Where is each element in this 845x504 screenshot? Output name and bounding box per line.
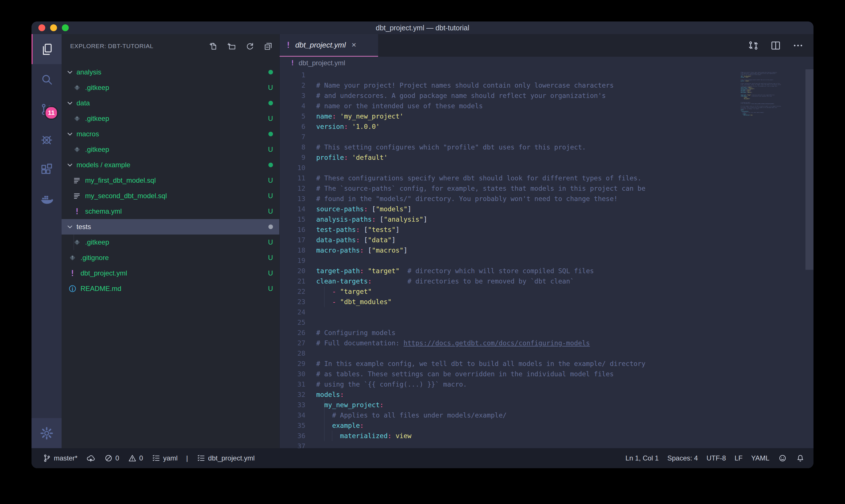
tree-folder-models-example[interactable]: models / example xyxy=(61,157,279,173)
code-line-10: 10 xyxy=(280,163,813,173)
tab-label: dbt_project.yml xyxy=(295,41,346,50)
line-content: test-paths: ["tests"] xyxy=(305,224,813,235)
status-cursor-position[interactable]: Ln 1, Col 1 xyxy=(626,454,659,462)
status-indentation[interactable]: Spaces: 4 xyxy=(667,454,698,462)
status-outline-file[interactable]: dbt_project.yml xyxy=(197,454,255,463)
split-editor-button[interactable] xyxy=(770,40,781,51)
line-number: 30 xyxy=(280,369,305,379)
tree-folder-macros[interactable]: macros xyxy=(61,126,279,142)
line-content: # The `source-paths` config, for example… xyxy=(305,183,813,194)
more-actions-button[interactable] xyxy=(792,40,804,51)
tree-file--gitkeep[interactable]: .gitkeepU xyxy=(61,235,279,250)
git-status-badge: U xyxy=(268,192,273,200)
activity-debug[interactable] xyxy=(32,124,61,154)
tree-item-label: models / example xyxy=(76,161,268,169)
editor-scrollbar[interactable] xyxy=(806,69,813,270)
status-errors[interactable]: 0 xyxy=(104,454,119,463)
zoom-button[interactable] xyxy=(62,24,69,31)
refresh-button[interactable] xyxy=(244,40,256,52)
code-line-23: 23 - "dbt_modules" xyxy=(280,297,813,307)
new-file-button[interactable] xyxy=(207,40,219,52)
status-label: LF xyxy=(734,454,742,462)
line-content: target-path: "target" # directory which … xyxy=(305,266,813,276)
git-status-badge: U xyxy=(268,114,273,123)
status-label: 0 xyxy=(139,454,143,462)
activity-docker[interactable] xyxy=(32,184,61,215)
tree-file--gitkeep[interactable]: .gitkeepU xyxy=(61,111,279,126)
title-bar[interactable]: dbt_project.yml — dbt-tutorial xyxy=(32,21,813,34)
line-content xyxy=(305,163,813,173)
line-number: 27 xyxy=(280,338,305,348)
yaml-warning-icon: ! xyxy=(290,59,294,67)
file-tree: analysis.gitkeepUdata.gitkeepUmacros.git… xyxy=(61,58,279,296)
code-line-35: 35 example: xyxy=(280,420,813,431)
minimize-button[interactable] xyxy=(50,24,57,31)
window-controls xyxy=(38,21,69,34)
tree-file-readme-md[interactable]: README.mdU xyxy=(61,281,279,296)
status-outline-yaml[interactable]: yaml xyxy=(151,454,178,463)
code-line-8: 8# This setting configures which "profil… xyxy=(280,142,813,152)
code-line-4: 4# name or the intended use of these mod… xyxy=(280,101,813,111)
code-line-7: 7 xyxy=(280,132,813,142)
tree-file-my-second-dbt-model-sql[interactable]: my_second_dbt_model.sqlU xyxy=(61,188,279,204)
activity-search[interactable] xyxy=(32,64,61,94)
smiley-icon xyxy=(778,454,787,463)
line-number: 19 xyxy=(280,255,305,266)
tree-folder-data[interactable]: data xyxy=(61,95,279,111)
status-notifications[interactable] xyxy=(796,454,805,463)
open-changes-button[interactable] xyxy=(748,40,759,51)
tree-folder-analysis[interactable]: analysis xyxy=(61,65,279,80)
tree-file-my-first-dbt-model-sql[interactable]: my_first_dbt_model.sqlU xyxy=(61,173,279,188)
tree-file-dbt-project-yml[interactable]: !dbt_project.ymlU xyxy=(61,266,279,281)
status-eol[interactable]: LF xyxy=(734,454,742,462)
status-label: | xyxy=(186,454,188,462)
tree-file-schema-yml[interactable]: !schema.ymlU xyxy=(61,204,279,219)
tree-folder-tests[interactable]: tests xyxy=(61,219,279,235)
close-button[interactable] xyxy=(38,24,45,31)
line-content: # found in the "models/" directory. You … xyxy=(305,194,813,204)
code-editor[interactable]: 12# Name your project! Project names sho… xyxy=(280,69,813,448)
line-content: materialized: view xyxy=(305,431,813,441)
tab-dbt-project-yml[interactable]: ! dbt_project.yml × xyxy=(280,34,378,57)
line-number: 23 xyxy=(280,297,305,307)
line-number: 29 xyxy=(280,359,305,369)
close-icon[interactable]: × xyxy=(352,40,356,50)
line-content: data-paths: ["data"] xyxy=(305,235,813,245)
line-number: 26 xyxy=(280,328,305,338)
minimap[interactable]: 12# Name your project! Project names sho… xyxy=(741,70,804,448)
tree-file--gitkeep[interactable]: .gitkeepU xyxy=(61,80,279,95)
vscode-window: dbt_project.yml — dbt-tutorial 11 EXPLOR… xyxy=(32,21,813,468)
collapse-all-button[interactable] xyxy=(262,40,274,52)
new-folder-button[interactable] xyxy=(226,40,237,52)
activity-source-control[interactable]: 11 xyxy=(32,94,61,124)
status-language-mode[interactable]: YAML xyxy=(751,454,769,462)
tree-item-label: .gitkeep xyxy=(85,84,268,92)
line-number: 24 xyxy=(280,307,305,317)
code-line-29: 29# In this example config, we tell dbt … xyxy=(280,359,813,369)
status-encoding[interactable]: UTF-8 xyxy=(706,454,726,462)
line-number: 14 xyxy=(280,204,305,214)
line-content: source-paths: ["models"] xyxy=(305,204,813,214)
code-line-3: 3# and underscores. A good package name … xyxy=(280,90,813,101)
line-content: analysis-paths: ["analysis"] xyxy=(305,214,813,224)
code-line-34: 34 # Applies to all files under models/e… xyxy=(280,410,813,420)
line-content: # and underscores. A good package name s… xyxy=(305,90,813,101)
code-line-32: 32models: xyxy=(280,390,813,400)
status-sync[interactable] xyxy=(86,454,95,463)
tree-item-label: README.md xyxy=(80,285,268,293)
status-warnings[interactable]: 0 xyxy=(128,454,143,463)
activity-explorer[interactable] xyxy=(32,34,61,64)
breadcrumb[interactable]: ! dbt_project.yml xyxy=(280,57,813,69)
activity-settings[interactable] xyxy=(32,418,61,448)
tree-file--gitkeep[interactable]: .gitkeepU xyxy=(61,142,279,157)
status-feedback[interactable] xyxy=(778,454,787,463)
tree-indent-guide xyxy=(74,235,74,250)
folder-changes-dot xyxy=(268,224,273,229)
code-line-17: 17data-paths: ["data"] xyxy=(280,235,813,245)
status-git-branch[interactable]: master* xyxy=(42,454,78,463)
tree-file--gitignore[interactable]: .gitignoreU xyxy=(61,250,279,266)
activity-extensions[interactable] xyxy=(32,154,61,184)
checklist-icon xyxy=(151,454,161,463)
line-number: 37 xyxy=(280,441,305,448)
code-line-26: 26# Configuring models xyxy=(280,328,813,338)
